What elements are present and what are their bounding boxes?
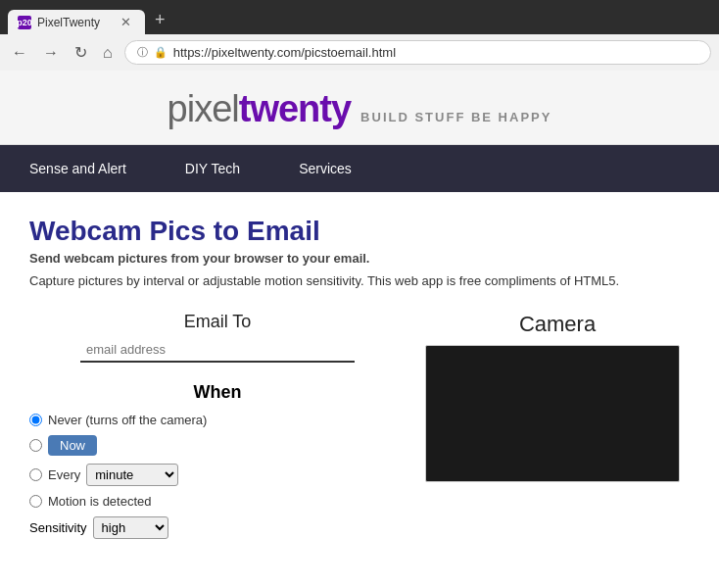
- tab-close-button[interactable]: ✕: [120, 15, 131, 29]
- tab-title: PixelTwenty: [37, 16, 100, 29]
- now-option-row: Now: [29, 435, 406, 456]
- never-option-row: Never (turns off the camera): [29, 413, 406, 427]
- new-tab-button[interactable]: +: [147, 6, 173, 34]
- when-label: When: [29, 382, 406, 403]
- sensitivity-row: Sensitivity high medium low: [29, 516, 406, 539]
- motion-label: Motion is detected: [48, 494, 152, 509]
- reload-button[interactable]: ↻: [71, 41, 91, 64]
- logo-pixel: pixel: [168, 88, 239, 129]
- address-bar[interactable]: ⓘ 🔒 https://pixeltwenty.com/picstoemail.…: [124, 40, 711, 65]
- when-section: When Never (turns off the camera) Now Ev…: [29, 382, 406, 539]
- every-option-row: Every minute 5 minutes 10 minutes 30 min…: [29, 464, 406, 486]
- page-subtitle: Send webcam pictures from your browser t…: [29, 251, 690, 266]
- page-title: Webcam Pics to Email: [29, 216, 690, 247]
- url-text: https://pixeltwenty.com/picstoemail.html: [173, 45, 396, 60]
- logo-twenty: twenty: [239, 88, 351, 129]
- lock-icon: 🔒: [154, 46, 168, 59]
- page-desc: Capture pictures by interval or adjustab…: [29, 273, 690, 288]
- browser-chrome: p20 PixelTwenty ✕ +: [0, 0, 719, 34]
- sensitivity-label: Sensitivity: [29, 520, 87, 535]
- never-radio[interactable]: [29, 414, 42, 426]
- nav-item-services[interactable]: Services: [269, 145, 381, 192]
- now-button[interactable]: Now: [48, 435, 97, 456]
- col-right: Camera: [425, 312, 690, 539]
- email-input[interactable]: [80, 338, 355, 363]
- home-button[interactable]: ⌂: [99, 42, 117, 64]
- every-radio[interactable]: [29, 468, 42, 481]
- tab-favicon: p20: [18, 16, 31, 29]
- nav-item-diy-tech[interactable]: DIY Tech: [156, 145, 269, 192]
- camera-preview: [425, 345, 680, 482]
- site-header: pixeltwentyBUILD STUFF BE HAPPY: [0, 71, 719, 145]
- nav-item-sense-and-alert[interactable]: Sense and Alert: [0, 145, 156, 192]
- motion-option-row: Motion is detected: [29, 494, 406, 509]
- camera-title: Camera: [425, 312, 690, 337]
- col-left: Email To When Never (turns off the camer…: [29, 312, 406, 539]
- info-icon: ⓘ: [137, 45, 148, 60]
- email-section: Email To: [29, 312, 406, 363]
- site-nav: Sense and Alert DIY Tech Services: [0, 145, 719, 192]
- every-label: Every: [48, 467, 80, 482]
- email-section-label: Email To: [29, 312, 406, 332]
- active-tab[interactable]: p20 PixelTwenty ✕: [8, 10, 145, 34]
- sensitivity-select[interactable]: high medium low: [93, 516, 168, 539]
- interval-select[interactable]: minute 5 minutes 10 minutes 30 minutes h…: [86, 464, 178, 486]
- never-label: Never (turns off the camera): [48, 413, 207, 427]
- logo-tagline: BUILD STUFF BE HAPPY: [360, 110, 551, 124]
- tab-bar: p20 PixelTwenty ✕ +: [8, 6, 173, 34]
- main-content: Webcam Pics to Email Send webcam picture…: [0, 192, 719, 563]
- motion-radio[interactable]: [29, 495, 42, 508]
- now-radio[interactable]: [29, 439, 42, 452]
- address-bar-row: ← → ↻ ⌂ ⓘ 🔒 https://pixeltwenty.com/pics…: [0, 34, 719, 71]
- forward-button[interactable]: →: [39, 42, 63, 64]
- content-cols: Email To When Never (turns off the camer…: [29, 312, 690, 539]
- site-logo: pixeltwentyBUILD STUFF BE HAPPY: [168, 88, 552, 129]
- back-button[interactable]: ←: [8, 42, 31, 64]
- camera-section: Camera: [425, 312, 690, 482]
